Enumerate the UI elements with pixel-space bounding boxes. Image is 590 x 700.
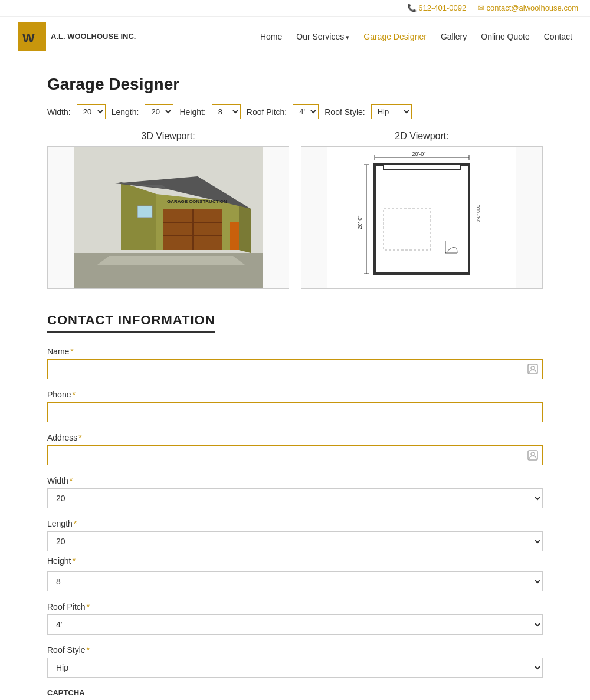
garage-3d-svg: GARAGE CONSTRUCTION (48, 147, 289, 288)
svg-text:W: W (22, 31, 35, 45)
svg-point-33 (531, 366, 535, 370)
form-width-group: Width* 2022242830 (47, 476, 543, 508)
nav-contact[interactable]: Contact (544, 32, 572, 41)
captcha-label: CAPTCHA (47, 688, 543, 697)
nav-garage-designer[interactable]: Garage Designer (363, 32, 427, 41)
address-field-group: Address* (47, 433, 543, 465)
email-link[interactable]: ✉ contact@alwoolhouse.com (478, 4, 578, 12)
svg-rect-14 (230, 222, 239, 250)
nav-gallery[interactable]: Gallery (441, 32, 467, 41)
phone-number[interactable]: 📞 612-401-0092 (407, 4, 468, 12)
viewport-3d-box: GARAGE CONSTRUCTION (47, 146, 289, 289)
viewports: 3D Viewport: (47, 131, 543, 289)
name-label: Name* (47, 347, 543, 356)
svg-marker-7 (239, 203, 251, 253)
phone-input[interactable] (47, 402, 543, 422)
viewport-3d-container: 3D Viewport: (47, 131, 289, 289)
logo-text: A.L. WOOLHOUSE INC. (51, 32, 136, 41)
form-roof-style-label: Roof Style* (47, 645, 543, 655)
nav-online-quote[interactable]: Online Quote (481, 32, 530, 41)
captcha-section: CAPTCHA I'm not a robot 🔄 reCAPTCHA Priv… (47, 688, 543, 700)
viewport-2d-label: 2D Viewport: (301, 131, 543, 142)
form-roof-style-group: Roof Style* HipGableShed (47, 645, 543, 678)
phone-field-group: Phone* (47, 390, 543, 422)
svg-rect-28 (384, 165, 460, 169)
site-header: W A.L. WOOLHOUSE INC. Home Our Services … (0, 17, 590, 57)
garage-2d-svg: 20'-0" 20'-0" 8'-0" CLG (301, 147, 542, 288)
svg-text:20'-0": 20'-0" (412, 151, 426, 157)
viewport-3d-label: 3D Viewport: (47, 131, 289, 142)
main-nav: Home Our Services Garage Designer Galler… (260, 32, 572, 41)
form-length-label: Length* (47, 519, 543, 528)
form-roof-pitch-select[interactable]: 4'5'6'7' (47, 614, 543, 635)
svg-marker-4 (97, 256, 245, 265)
address-input[interactable] (47, 445, 543, 465)
main-content: Garage Designer Width: 2022242830 Length… (30, 75, 560, 700)
form-height-label: Height* (47, 556, 543, 566)
contact-section-title: CONTACT INFORMATION (47, 313, 215, 333)
name-input[interactable] (47, 359, 543, 379)
designer-controls: Width: 2022242830 Length: 2022242830 Hei… (47, 104, 543, 119)
width-select[interactable]: 2022242830 (77, 104, 106, 119)
height-select[interactable]: 891012 (212, 104, 241, 119)
top-bar: 📞 612-401-0092 ✉ contact@alwoolhouse.com (0, 0, 590, 17)
name-field-group: Name* (47, 347, 543, 379)
width-label: Width: (47, 107, 71, 117)
logo-area: W A.L. WOOLHOUSE INC. (18, 22, 136, 51)
form-width-label: Width* (47, 476, 543, 485)
form-length-group: Length* 2022242830 Height* 891012 (47, 519, 543, 591)
roof-style-select[interactable]: HipGableShed (371, 104, 412, 119)
name-input-wrapper (47, 359, 543, 379)
autocomplete-icon (527, 364, 538, 374)
svg-text:8'-0" CLG: 8'-0" CLG (476, 205, 480, 222)
form-length-select[interactable]: 2022242830 (47, 531, 543, 551)
svg-rect-15 (137, 206, 152, 218)
form-roof-style-select[interactable]: HipGableShed (47, 658, 543, 678)
phone-label: Phone* (47, 390, 543, 399)
form-height-select[interactable]: 891012 (47, 571, 543, 591)
svg-text:GARAGE CONSTRUCTION: GARAGE CONSTRUCTION (167, 199, 227, 204)
address-label: Address* (47, 433, 543, 442)
svg-point-35 (531, 452, 535, 456)
length-label: Length: (112, 107, 139, 117)
roof-pitch-select[interactable]: 4'5'6'7' (293, 104, 319, 119)
address-input-wrapper (47, 445, 543, 465)
roof-pitch-label: Roof Pitch: (247, 107, 287, 117)
viewport-2d-box: 20'-0" 20'-0" 8'-0" CLG (301, 146, 543, 289)
viewport-2d-container: 2D Viewport: 20'-0" 20'-0" (301, 131, 543, 289)
logo-icon: W (18, 22, 46, 51)
form-width-select[interactable]: 2022242830 (47, 488, 543, 508)
form-roof-pitch-group: Roof Pitch* 4'5'6'7' (47, 602, 543, 635)
address-autocomplete-icon (527, 450, 538, 461)
nav-home[interactable]: Home (260, 32, 282, 41)
page-title: Garage Designer (47, 75, 543, 94)
form-roof-pitch-label: Roof Pitch* (47, 602, 543, 612)
height-label: Height: (179, 107, 205, 117)
length-select[interactable]: 2022242830 (145, 104, 173, 119)
roof-style-label: Roof Style: (324, 107, 365, 117)
nav-our-services[interactable]: Our Services (296, 32, 349, 41)
svg-text:20'-0": 20'-0" (357, 216, 363, 229)
contact-section: CONTACT INFORMATION Name* Phone* (47, 313, 543, 700)
